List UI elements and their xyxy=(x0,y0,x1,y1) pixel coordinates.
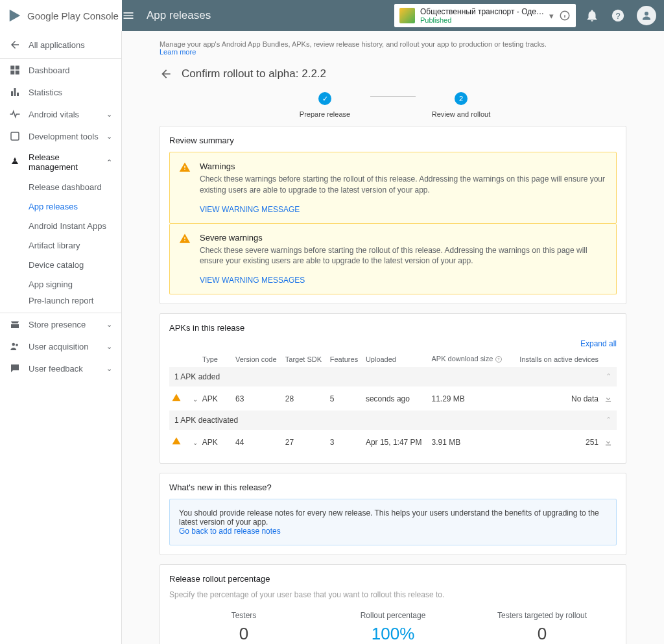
sidebar-user-feedback[interactable]: User feedback ⌄ xyxy=(0,357,121,379)
apk-group-added[interactable]: 1 APK added⌃ xyxy=(169,367,617,387)
svg-rect-12 xyxy=(14,88,16,96)
apk-row2-uploaded: Apr 15, 1:47 PM xyxy=(363,430,429,454)
step-review-label: Review and rollout xyxy=(432,110,491,118)
percentage-input[interactable]: 100% xyxy=(364,624,423,644)
sidebar-devtools-label: Development tools xyxy=(29,132,99,141)
apk-group-deactivated[interactable]: 1 APK deactivated⌃ xyxy=(169,411,617,430)
sidebar-dashboard[interactable]: Dashboard xyxy=(0,59,121,81)
svg-point-16 xyxy=(16,344,18,346)
person-icon xyxy=(641,10,652,21)
chevron-down-icon[interactable]: ⌄ xyxy=(190,439,200,446)
back-arrow-icon xyxy=(9,39,21,51)
back-arrow-icon[interactable] xyxy=(160,67,172,80)
step-review[interactable]: 2 Review and rollout xyxy=(416,92,506,118)
help-icon[interactable]: ? xyxy=(495,355,503,363)
step-number-icon: 2 xyxy=(455,92,468,105)
learn-more-link[interactable]: Learn more xyxy=(160,48,196,56)
logo-text: Google Play Console xyxy=(27,10,119,21)
avatar[interactable] xyxy=(637,6,656,25)
rocket-icon xyxy=(9,156,21,168)
view-severe-warning-link[interactable]: VIEW WARNING MESSAGES xyxy=(200,276,305,285)
apk-row2-installs: 251 xyxy=(511,430,601,454)
app-selector[interactable]: Общественный транспорт - Одесса Publishe… xyxy=(394,4,576,27)
store-icon xyxy=(9,318,21,330)
hamburger-icon[interactable] xyxy=(122,9,135,22)
apk-group-deactivated-label: 1 APK deactivated xyxy=(174,416,238,425)
apk-row2-size: 3.91 MB xyxy=(429,430,510,454)
help-icon[interactable]: ? xyxy=(611,8,625,23)
sidebar-user-acq-label: User acquisition xyxy=(29,342,89,352)
sidebar-app-signing[interactable]: App signing xyxy=(0,274,121,294)
sidebar-release-mgmt[interactable]: Release management ⌃ xyxy=(0,147,121,177)
svg-rect-11 xyxy=(11,91,13,97)
sidebar-devtools[interactable]: Development tools ⌄ xyxy=(0,125,121,147)
sidebar-all-apps[interactable]: All applications xyxy=(0,31,121,59)
sidebar-dashboard-label: Dashboard xyxy=(29,66,70,75)
sidebar-release-dashboard[interactable]: Release dashboard xyxy=(0,177,121,197)
info-icon[interactable] xyxy=(559,10,571,21)
svg-marker-0 xyxy=(10,10,21,21)
apk-row-2[interactable]: ⌄ APK 44 27 3 Apr 15, 1:47 PM 3.91 MB 25… xyxy=(169,430,617,454)
notifications-icon[interactable] xyxy=(585,8,599,23)
apk-row1-uploaded: seconds ago xyxy=(363,387,429,411)
sidebar-prelaunch-report[interactable]: Pre-launch report xyxy=(0,294,121,313)
sidebar-artifact-library[interactable]: Artifact library xyxy=(0,235,121,255)
sidebar-instant-apps[interactable]: Android Instant Apps xyxy=(0,216,121,235)
app-status: Published xyxy=(420,16,544,24)
col-features: Features xyxy=(327,351,363,367)
app-info: Общественный транспорт - Одесса Publishe… xyxy=(420,7,544,24)
download-icon[interactable] xyxy=(604,438,613,447)
apks-heading: APKs in this release xyxy=(169,323,617,333)
intro-text: Manage your app's Android App Bundles, A… xyxy=(160,38,626,58)
rollout-subtext: Specify the percentage of your user base… xyxy=(169,590,617,599)
percentage-col: Rollout percentage 100% xyxy=(318,611,468,644)
chevron-up-icon: ⌃ xyxy=(106,158,112,167)
sidebar-app-releases[interactable]: App releases xyxy=(0,197,121,216)
main-content: Manage your app's Android App Bundles, A… xyxy=(122,31,664,644)
chevron-down-icon[interactable]: ⌄ xyxy=(190,396,200,403)
chevron-up-icon: ⌃ xyxy=(606,416,611,424)
warnings-title: Warnings xyxy=(200,161,607,171)
svg-rect-7 xyxy=(10,66,14,69)
svg-rect-14 xyxy=(11,132,19,140)
add-release-notes-link[interactable]: Go back to add release notes xyxy=(179,527,281,536)
whats-new-heading: What's new in this release? xyxy=(169,483,617,492)
users-icon xyxy=(9,340,21,352)
app-icon xyxy=(399,8,415,23)
download-icon[interactable] xyxy=(604,394,613,403)
sidebar-release-mgmt-label: Release management xyxy=(29,152,99,172)
warning-icon xyxy=(172,436,181,446)
sidebar-device-catalog[interactable]: Device catalog xyxy=(0,255,121,274)
step-connector xyxy=(370,96,416,97)
col-type: Type xyxy=(187,351,233,367)
topbar-title: App releases xyxy=(147,9,394,22)
page-header: Confirm rollout to alpha: 2.2.2 xyxy=(160,58,626,92)
chevron-up-icon: ⌃ xyxy=(606,372,611,381)
testers-value: 0 xyxy=(169,624,318,644)
svg-point-15 xyxy=(12,343,16,346)
step-check-icon: ✓ xyxy=(318,92,331,105)
rollout-grid: Testers 0 Rollout percentage 100% Tester… xyxy=(169,608,617,644)
stepper: ✓ Prepare release 2 Review and rollout xyxy=(160,92,626,126)
warning-icon xyxy=(179,233,191,244)
apk-row-1[interactable]: ⌄ APK 63 28 5 seconds ago 11.29 MB No da… xyxy=(169,387,617,411)
logo-area[interactable]: Google Play Console xyxy=(0,0,122,31)
sidebar-statistics[interactable]: Statistics xyxy=(0,81,121,103)
sidebar-store-presence[interactable]: Store presence ⌄ xyxy=(0,313,121,335)
page-title: Confirm rollout to alpha: 2.2.2 xyxy=(182,67,326,80)
rollout-card: Release rollout percentage Specify the p… xyxy=(160,564,626,644)
sidebar-vitals-label: Android vitals xyxy=(29,110,79,119)
col-target-sdk: Target SDK xyxy=(283,351,327,367)
col-installs: Installs on active devices xyxy=(511,351,601,367)
sidebar-user-acquisition[interactable]: User acquisition ⌄ xyxy=(0,335,121,357)
svg-rect-10 xyxy=(16,71,19,75)
view-warning-link[interactable]: VIEW WARNING MESSAGE xyxy=(200,205,300,214)
apks-card: APKs in this release Expand all Type Ver… xyxy=(160,313,626,464)
sidebar-store-label: Store presence xyxy=(29,320,86,329)
sidebar-vitals[interactable]: Android vitals ⌄ xyxy=(0,103,121,125)
apk-row1-type: APK xyxy=(202,394,218,403)
chevron-down-icon: ⌄ xyxy=(106,320,112,329)
expand-all-link[interactable]: Expand all xyxy=(169,339,617,348)
apk-row1-sdk: 28 xyxy=(283,387,327,411)
step-prepare[interactable]: ✓ Prepare release xyxy=(279,92,370,118)
